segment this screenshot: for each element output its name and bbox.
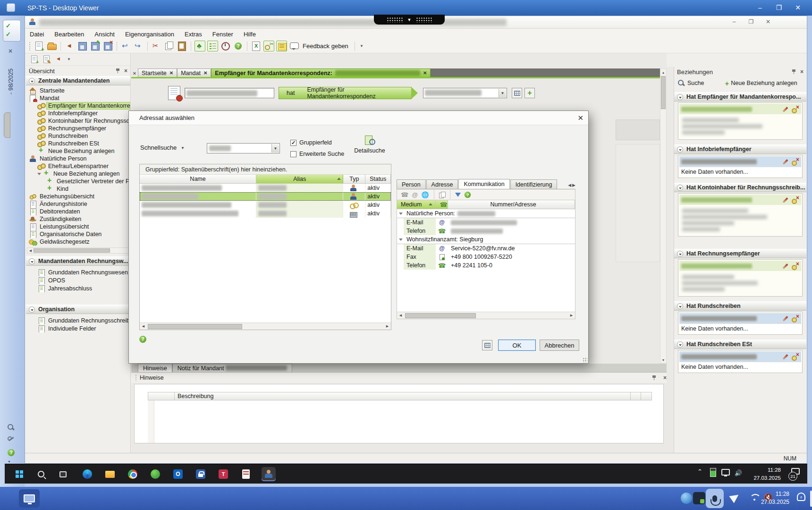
scroll-right-icon[interactable]: ▶ [384, 323, 391, 330]
section-zentrale-mandantendaten[interactable]: Zentrale Mandantendaten [26, 76, 130, 85]
comm-row[interactable]: Fax +49 800 1009267-5220 [397, 253, 575, 261]
taskbar-search-icon[interactable] [34, 467, 48, 481]
close-panel-icon[interactable]: × [800, 68, 804, 75]
tree-item-startseite[interactable]: Startseite [26, 87, 130, 94]
scroll-left-icon[interactable]: ◀ [140, 323, 147, 330]
help-icon[interactable] [464, 191, 471, 198]
open-selection-grid-button[interactable] [512, 88, 522, 98]
help-circle-icon[interactable] [233, 41, 244, 51]
network-icon[interactable] [721, 468, 730, 476]
unlink-icon[interactable] [792, 315, 799, 322]
redo-icon[interactable] [133, 41, 144, 51]
tree-item-jahresabschluss[interactable]: Jahresabschluss [26, 284, 130, 292]
add-item-icon[interactable]: + [30, 55, 39, 64]
notification-center-icon[interactable]: 21 [788, 467, 803, 481]
undo-icon[interactable] [120, 41, 131, 51]
tree-item-rundschreiben[interactable]: Rundschreiben [26, 132, 130, 140]
edit-pencil-icon[interactable] [782, 106, 789, 113]
comm-row[interactable]: E-Mail @ Service-5220@fv.nrw.de [397, 244, 575, 253]
side-tab-handle[interactable] [4, 112, 10, 138]
panel-splitter[interactable] [667, 67, 674, 453]
copy-icon[interactable] [439, 192, 445, 198]
extended-search-checkbox[interactable]: Erweiterte Suche [290, 151, 344, 157]
comm-group-natuerliche-person[interactable]: Natürliche Person: [397, 209, 575, 218]
overview-hscrollbar[interactable]: ◀ [27, 247, 129, 254]
relation-source-field[interactable] [185, 88, 274, 98]
section-organisation[interactable]: Organisation [26, 305, 130, 314]
tree-item-rechnungsempfaenger[interactable]: Rechnungsempfänger [26, 125, 130, 132]
host-teams-icon[interactable] [693, 492, 705, 506]
tab-close-icon[interactable]: ✕ [423, 70, 427, 76]
app-minimize-button[interactable]: – [726, 17, 743, 26]
scroll-up-icon[interactable]: ▲ [660, 69, 666, 76]
location-arrow-icon[interactable] [731, 493, 739, 503]
minimize-button[interactable]: – [751, 1, 770, 14]
edge-icon[interactable] [80, 467, 94, 481]
relation-card[interactable] [678, 259, 803, 297]
tab-kommunikation[interactable]: Kommunikation [458, 179, 509, 189]
combo-dropdown-icon[interactable]: ▼ [271, 144, 279, 153]
ok-button[interactable]: OK [498, 340, 536, 351]
tree-item-aenderungshistorie[interactable]: Änderungshistorie [26, 200, 130, 208]
help-icon[interactable]: ▼ [8, 448, 17, 457]
tab-empfaenger-mandantenkorrespondenz[interactable]: Empfänger für Mandantenkorrespondenz: ✕ [211, 68, 431, 77]
host-clock[interactable]: 11:28 27.03.2025 [761, 490, 789, 507]
comm-hscrollbar[interactable]: ◀ ▶ [397, 312, 575, 319]
scroll-right-icon[interactable]: ▶ [568, 313, 575, 319]
quick-search-input[interactable]: ▼ [207, 143, 280, 153]
col-nummer-adresse[interactable]: Nummer/Adresse [448, 200, 575, 209]
relations-search-button[interactable]: Suche [687, 80, 704, 86]
tree-item-organisatorische-daten[interactable]: Organisatorische Daten [26, 230, 130, 238]
group-by-hint[interactable]: Gruppierfeld: Spaltenüberschrift(en) hie… [140, 164, 391, 175]
tree-item-infobriefempfaenger[interactable]: Infobriefempfänger [26, 110, 130, 117]
col-medium-sorted[interactable]: Medium [397, 200, 436, 209]
col-alias-sorted[interactable]: Alias [256, 175, 343, 183]
app-maximize-button[interactable]: ❐ [743, 17, 760, 26]
section-hat-rundschreiben-est[interactable]: Hat Rundschreiben ESt [674, 340, 806, 349]
edit-pencil-icon[interactable] [782, 158, 789, 165]
tree-item-gesetzlicher-vertreter[interactable]: Gesetzlicher Vertreter der Person [26, 178, 130, 185]
announce-icon[interactable] [64, 41, 75, 51]
cut-icon[interactable] [151, 41, 162, 51]
email-at-icon[interactable]: @ [412, 191, 418, 198]
tabgroup-close-icon[interactable]: ✕ [131, 71, 138, 76]
save-close-icon[interactable]: ✕ [102, 41, 113, 51]
feedback-button[interactable]: Feedback geben [303, 42, 348, 50]
tab-adresse[interactable]: Adresse [426, 179, 458, 189]
wifi-icon[interactable] [750, 494, 760, 503]
security-app-icon[interactable] [194, 467, 208, 481]
checklist-widget[interactable]: ✓ ✓ [3, 20, 21, 42]
new-relation-button[interactable]: + Neue Beziehung anlegen [725, 79, 797, 87]
pin-icon[interactable] [792, 69, 796, 75]
edit-item-icon[interactable]: ✎ [42, 55, 51, 64]
search-tool-icon[interactable] [8, 424, 17, 434]
tab-startseite[interactable]: Startseite✕ [138, 68, 177, 77]
feedback-bubble-icon[interactable] [289, 41, 300, 51]
file-explorer-icon[interactable] [103, 467, 117, 481]
tree-item-individuelle-felder[interactable]: Individuelle Felder [26, 324, 130, 332]
tree-item-natuerliche-person[interactable]: Natürliche Person [26, 155, 130, 162]
chrome-icon[interactable] [126, 467, 140, 481]
edit-pencil-icon[interactable] [782, 196, 789, 204]
save-edit-icon[interactable]: ✎ [90, 41, 101, 51]
unlink-icon[interactable] [792, 106, 799, 112]
tree-item-neue-beziehung[interactable]: Neue Beziehung anlegen [26, 147, 130, 155]
relation-card[interactable]: Keine Daten vorhanden... [678, 155, 803, 178]
notes-col-beschreibung[interactable]: Beschreibung [175, 392, 631, 400]
tree-item-ehefrau-lebenspartner[interactable]: Ehefrau/Lebenspartner [26, 162, 130, 170]
menu-datei[interactable]: Datei [30, 31, 44, 38]
dialog-close-icon[interactable]: ✕ [577, 114, 584, 122]
do-not-disturb-bell-icon[interactable]: z [797, 493, 805, 501]
list-view-icon[interactable] [207, 41, 218, 51]
edit-pencil-icon[interactable] [782, 315, 789, 322]
show-desktop-strip[interactable] [810, 491, 812, 507]
tab-identifizierung[interactable]: Identifizierung [510, 179, 558, 189]
expander-icon[interactable] [37, 173, 41, 175]
section-hat-infobriefempfaenger[interactable]: Hat Infobriefempfänger [674, 144, 806, 154]
outlook-icon[interactable]: O [171, 467, 185, 481]
tab-hinweise[interactable]: Hinweise [138, 364, 172, 372]
tab-close-icon[interactable]: ✕ [203, 70, 207, 76]
copy-icon[interactable] [164, 41, 175, 51]
tree-item-empfaenger-mandantenkorrespondenz[interactable]: Empfänger für Mandantenkorrespo... [26, 102, 130, 110]
green-app-icon[interactable] [148, 467, 162, 481]
